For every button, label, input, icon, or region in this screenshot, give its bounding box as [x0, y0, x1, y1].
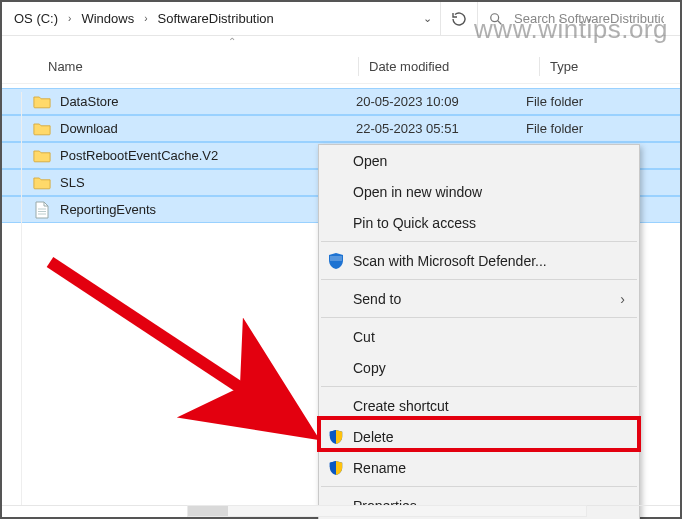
navigation-pane[interactable]: [2, 92, 22, 505]
chevron-down-icon[interactable]: ⌄: [415, 8, 440, 29]
cm-pin-quick-access[interactable]: Pin to Quick access: [319, 207, 639, 238]
search-icon: [488, 11, 504, 27]
scroll-thumb[interactable]: [188, 506, 228, 516]
column-header-name[interactable]: Name: [48, 59, 358, 74]
svg-line-1: [498, 20, 502, 24]
item-date: 20-05-2023 10:09: [356, 94, 526, 109]
context-menu: Open Open in new window Pin to Quick acc…: [318, 144, 640, 519]
cm-delete[interactable]: Delete: [319, 421, 639, 452]
defender-shield-icon: [327, 252, 345, 270]
status-bar: [2, 505, 680, 517]
refresh-icon[interactable]: [451, 11, 467, 27]
breadcrumb-part-2[interactable]: SoftwareDistribution: [152, 7, 280, 30]
uac-shield-icon: [327, 459, 345, 477]
svg-rect-5: [330, 256, 342, 261]
cm-send-to[interactable]: Send to ›: [319, 283, 639, 314]
folder-icon: [32, 119, 52, 139]
cm-open-new-window[interactable]: Open in new window: [319, 176, 639, 207]
breadcrumb-part-0[interactable]: OS (C:): [8, 7, 64, 30]
item-name: ReportingEvents: [60, 202, 356, 217]
chevron-right-icon: ›: [620, 291, 625, 307]
breadcrumb-bar[interactable]: OS (C:) › Windows › SoftwareDistribution…: [2, 2, 680, 36]
cm-create-shortcut[interactable]: Create shortcut: [319, 390, 639, 421]
list-item[interactable]: DataStore 20-05-2023 10:09 File folder: [2, 88, 680, 115]
annotation-arrow: [40, 252, 330, 452]
item-date: 22-05-2023 05:51: [356, 121, 526, 136]
cm-cut[interactable]: Cut: [319, 321, 639, 352]
item-name: Download: [60, 121, 356, 136]
item-type: File folder: [526, 121, 680, 136]
folder-icon: [32, 92, 52, 112]
cm-open[interactable]: Open: [319, 145, 639, 176]
list-item[interactable]: Download 22-05-2023 05:51 File folder: [2, 115, 680, 142]
chevron-right-icon: ›: [64, 13, 75, 24]
cm-rename[interactable]: Rename: [319, 452, 639, 483]
svg-line-6: [50, 262, 300, 427]
item-type: File folder: [526, 94, 680, 109]
search-input[interactable]: Search SoftwareDistribution: [514, 11, 664, 26]
cm-defender-scan[interactable]: Scan with Microsoft Defender...: [319, 245, 639, 276]
file-icon: [32, 200, 52, 220]
item-name: SLS: [60, 175, 356, 190]
cm-copy[interactable]: Copy: [319, 352, 639, 383]
column-headers: Name Date modified Type: [2, 50, 680, 84]
svg-point-0: [491, 13, 499, 21]
folder-icon: [32, 146, 52, 166]
column-header-type[interactable]: Type: [550, 59, 680, 74]
chevron-right-icon: ›: [140, 13, 151, 24]
uac-shield-icon: [327, 428, 345, 446]
column-header-date[interactable]: Date modified: [369, 59, 539, 74]
item-name: DataStore: [60, 94, 356, 109]
folder-icon: [32, 173, 52, 193]
horizontal-scrollbar[interactable]: [187, 505, 587, 517]
item-name: PostRebootEventCache.V2: [60, 148, 356, 163]
breadcrumb-part-1[interactable]: Windows: [75, 7, 140, 30]
sort-indicator-icon: ⌃: [228, 36, 236, 47]
